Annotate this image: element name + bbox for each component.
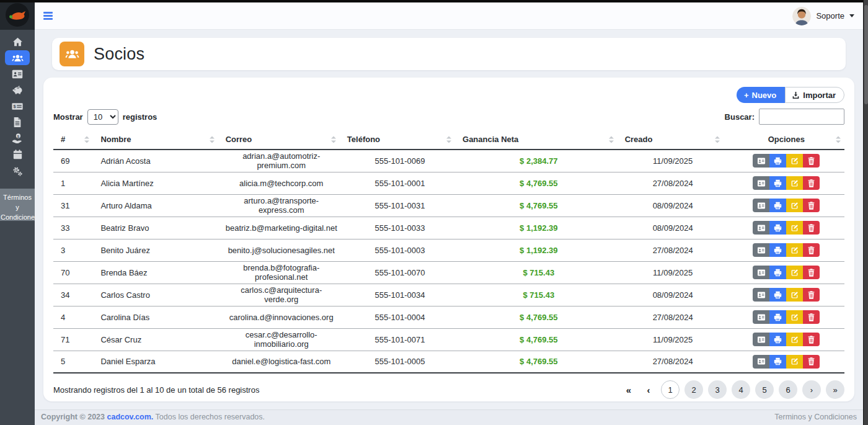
cell-telefono: 555-101-0003 [340, 239, 455, 261]
print-button[interactable] [769, 288, 786, 302]
sidebar-item-piggy-bank[interactable] [0, 82, 35, 98]
printer-icon [774, 224, 782, 232]
sidebar-item-socios[interactable] [0, 50, 35, 66]
edit-button[interactable] [786, 199, 803, 212]
page-size-select[interactable]: 10 [87, 109, 118, 125]
id-card-icon [757, 358, 766, 365]
app-logo[interactable] [0, 0, 35, 30]
page-2-button[interactable]: 2 [684, 380, 703, 399]
view-id-card-button[interactable] [753, 199, 769, 212]
cell-correo: carlos.c@arquitectura-verde.org [218, 284, 340, 306]
id-card-icon [757, 225, 766, 231]
view-id-card-button[interactable] [753, 288, 769, 302]
delete-button[interactable] [803, 266, 820, 279]
cell-correo: carolina.d@innovaciones.org [218, 306, 340, 328]
printer-icon [774, 313, 782, 321]
sidebar-terms-link[interactable]: Términos y Condiciones [0, 189, 35, 221]
delete-button[interactable] [803, 154, 820, 168]
print-button[interactable] [769, 310, 786, 324]
cell-nombre: César Cruz [93, 328, 218, 351]
brand-link[interactable]: cadcov.com. [107, 413, 153, 421]
sidebar-item-settings[interactable] [0, 163, 35, 179]
sidebar-toggle-button[interactable] [43, 12, 53, 20]
delete-button[interactable] [803, 355, 820, 369]
view-id-card-button[interactable] [753, 176, 769, 190]
page-6-button[interactable]: 6 [779, 380, 797, 399]
sidebar-item-calendar[interactable] [0, 146, 35, 163]
show-label: Mostrar [53, 112, 83, 122]
delete-button[interactable] [803, 199, 820, 212]
sidebar-item-home[interactable] [0, 34, 35, 50]
edit-button[interactable] [786, 310, 803, 324]
user-menu[interactable]: Soporte [792, 7, 854, 25]
table-controls: Mostrar 10 registros Buscar: [53, 109, 844, 125]
view-id-card-button[interactable] [753, 355, 769, 369]
cell-creado: 08/09/2024 [618, 284, 724, 306]
edit-button[interactable] [786, 243, 803, 257]
page-4-button[interactable]: 4 [732, 380, 750, 399]
cell-ganancia: $ 4,769.55 [455, 351, 618, 373]
view-id-card-button[interactable] [753, 243, 769, 257]
scrollbar-thumb[interactable] [864, 5, 868, 104]
sidebar-item-payments[interactable]: $ [0, 130, 35, 146]
edit-button[interactable] [786, 154, 803, 168]
print-button[interactable] [769, 333, 786, 346]
cell-telefono: 555-101-0031 [340, 194, 455, 217]
edit-button[interactable] [786, 176, 803, 190]
edit-button[interactable] [786, 221, 803, 235]
column-header-creado[interactable]: Creado [618, 130, 724, 150]
page-3-button[interactable]: 3 [708, 380, 727, 399]
delete-button[interactable] [803, 310, 820, 324]
money-check-icon: $ [12, 102, 23, 110]
view-id-card-button[interactable] [753, 333, 769, 346]
column-header-id[interactable]: # [53, 130, 93, 150]
column-header-telefono[interactable]: Teléfono [340, 130, 455, 150]
edit-button[interactable] [786, 355, 803, 369]
print-button[interactable] [769, 243, 786, 257]
pagination: «‹123456›» [621, 380, 844, 399]
delete-button[interactable] [803, 176, 820, 190]
cell-nombre: Beatriz Bravo [93, 217, 218, 239]
page-first-button[interactable]: « [621, 380, 636, 399]
footer-terms-link[interactable]: Terminos y Condiciones [774, 413, 857, 421]
vertical-scrollbar[interactable] [863, 0, 868, 425]
printer-icon [774, 291, 782, 299]
column-header-ganancia[interactable]: Ganancia Neta [455, 130, 618, 150]
edit-icon [790, 269, 799, 277]
sidebar-item-money-check[interactable]: $ [0, 98, 35, 114]
sidebar-item-id-card[interactable] [0, 66, 35, 82]
row-actions [753, 310, 820, 324]
page-next-button[interactable]: › [802, 380, 821, 399]
edit-button[interactable] [786, 266, 803, 279]
view-id-card-button[interactable] [753, 266, 769, 279]
sidebar-item-documents[interactable] [0, 114, 35, 130]
print-button[interactable] [769, 266, 786, 279]
view-id-card-button[interactable] [753, 221, 769, 235]
print-button[interactable] [769, 221, 786, 235]
print-button[interactable] [769, 355, 786, 369]
column-header-correo[interactable]: Correo [218, 130, 340, 150]
new-button[interactable]: + Nuevo [737, 87, 785, 103]
cell-ganancia: $ 4,769.55 [455, 172, 618, 194]
page-5-button[interactable]: 5 [755, 380, 774, 399]
page-1-button[interactable]: 1 [661, 380, 680, 399]
page-prev-button[interactable]: ‹ [641, 380, 656, 399]
edit-button[interactable] [786, 333, 803, 346]
delete-button[interactable] [803, 333, 820, 346]
edit-button[interactable] [786, 288, 803, 302]
view-id-card-button[interactable] [753, 310, 769, 324]
column-header-opciones[interactable]: Opciones [724, 130, 844, 150]
print-button[interactable] [769, 176, 786, 190]
column-header-nombre[interactable]: Nombre [93, 130, 218, 150]
delete-button[interactable] [803, 243, 820, 257]
import-button[interactable]: Importar [785, 87, 844, 103]
print-button[interactable] [769, 199, 786, 212]
delete-button[interactable] [803, 288, 820, 302]
page-last-button[interactable]: » [826, 380, 844, 399]
view-id-card-button[interactable] [753, 154, 769, 168]
cell-telefono: 555-101-0004 [340, 306, 455, 328]
delete-button[interactable] [803, 221, 820, 235]
print-button[interactable] [769, 154, 786, 168]
table-row: 31Arturo Aldamaarturo.a@transporte-expre… [53, 194, 844, 217]
search-input[interactable] [759, 109, 844, 125]
